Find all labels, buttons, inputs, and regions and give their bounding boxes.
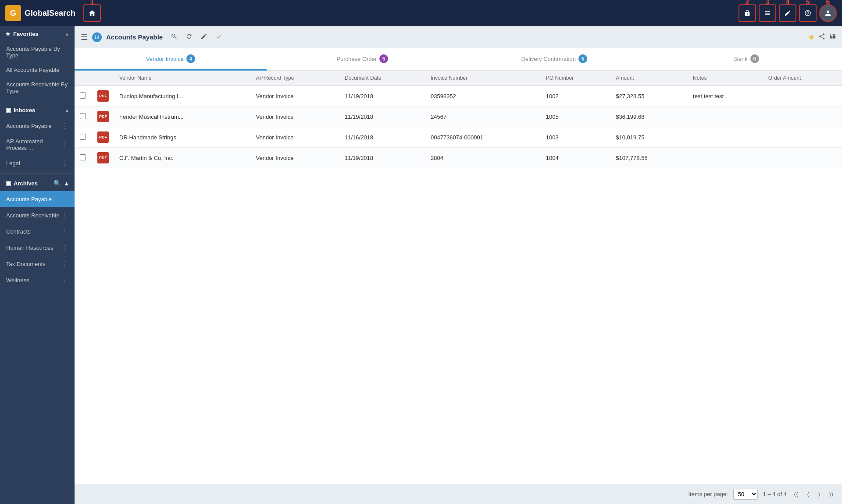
document-date-4: 11/19/2018 (339, 148, 425, 168)
po-number-3: 1003 (541, 127, 610, 148)
ap-record-type-1: Vendor Invoice (250, 86, 339, 106)
vendor-name-3: DR Handmade Strings (114, 127, 250, 148)
document-date-2: 11/19/2018 (339, 106, 425, 127)
pdf-icon-1[interactable]: PDF (97, 90, 109, 102)
tab-purchase-order[interactable]: Purchase Order 5 (267, 48, 459, 71)
archives-search-icon[interactable]: 🔍 (54, 180, 61, 187)
amount-1: $27,323.55 (610, 86, 688, 106)
sidebar-item-archive-ar[interactable]: Accounts Receivable ⋮ (0, 207, 75, 224)
user-button[interactable] (819, 4, 837, 22)
table-row: PDF Dunlop Manufacturing I... Vendor Inv… (75, 86, 842, 106)
favorites-section-header[interactable]: ★ Favorites ▲ (0, 26, 75, 42)
sidebar-dots-8[interactable]: ⋮ (61, 260, 68, 268)
red-label-3: 3 (766, 0, 770, 6)
tab-vendor-invoice-badge: 4 (186, 54, 195, 63)
col-checkbox (75, 71, 92, 86)
tab-delivery-confirmation[interactable]: Delivery Confirmation 5 (458, 48, 650, 71)
last-page-button[interactable]: ⟩⟩ (827, 490, 835, 499)
col-invoice-number: Invoice Number (425, 71, 541, 86)
home-button[interactable] (83, 4, 101, 22)
inbox-icon: ▣ (5, 106, 11, 114)
toolbar-star[interactable]: ★ (808, 32, 815, 42)
sidebar-item-all-ap[interactable]: All Accounts Payable (0, 63, 75, 77)
lock-button[interactable] (739, 4, 756, 22)
sidebar-item-ap-by-type[interactable]: Accounts Payable By Type (0, 42, 75, 63)
sidebar-item-archive-contracts[interactable]: Contracts ⋮ (0, 224, 75, 240)
pdf-icon-2[interactable]: PDF (97, 111, 109, 122)
toolbar-badge: 14 (92, 32, 102, 42)
amount-3: $10,019.75 (610, 127, 688, 148)
archives-icon: ▣ (5, 180, 11, 187)
toolbar-check-icon[interactable] (214, 31, 224, 43)
toolbar-title: Accounts Payable (106, 33, 163, 41)
row-checkbox-1[interactable] (80, 92, 86, 99)
table-header-row: Vendor Name AP Record Type Document Date… (75, 71, 842, 86)
tab-vendor-invoice-label: Vendor Invoice (146, 56, 184, 62)
star-icon: ★ (5, 31, 11, 37)
sidebar-dots-3[interactable]: ⋮ (61, 159, 68, 167)
next-page-button[interactable]: ⟩ (816, 490, 822, 499)
red-label-6: 6 (826, 0, 830, 6)
main-layout: ★ Favorites ▲ Accounts Payable By Type A… (0, 26, 842, 504)
sidebar-item-inbox-ar[interactable]: AR Automated Process ... ⋮ (0, 134, 75, 155)
sidebar-item-archive-ap[interactable]: Accounts Payable ⋮ (0, 191, 75, 207)
help-button[interactable] (799, 4, 817, 22)
sidebar-item-ar-by-type[interactable]: Accounts Receivable By Type (0, 77, 75, 98)
archives-chevron: ▲ (64, 180, 69, 187)
toolbar: ☰ 14 Accounts Payable ★ (75, 26, 842, 48)
amount-4: $107,778.55 (610, 148, 688, 168)
sidebar-item-inbox-ap[interactable]: Accounts Payable ⋮ (0, 118, 75, 134)
notes-3 (688, 127, 763, 148)
pdf-icon-3[interactable]: PDF (97, 131, 109, 143)
pdf-icon-4[interactable]: PDF (97, 152, 109, 163)
sidebar-dots-6[interactable]: ⋮ (61, 227, 68, 236)
row-checkbox-2[interactable] (80, 113, 86, 119)
tab-blank[interactable]: Blank 0 (650, 48, 842, 71)
col-document-date: Document Date (339, 71, 425, 86)
row-checkbox-3[interactable] (80, 134, 86, 140)
content-area: ☰ 14 Accounts Payable ★ (75, 26, 842, 504)
col-amount: Amount (610, 71, 688, 86)
first-page-button[interactable]: ⟨⟨ (792, 490, 800, 499)
toolbar-view[interactable] (829, 33, 836, 42)
inboxes-section-header[interactable]: ▣ Inboxes ▲ (0, 102, 75, 118)
amount-2: $36,199.68 (610, 106, 688, 127)
sidebar-item-archive-tax[interactable]: Tax Documents ⋮ (0, 256, 75, 272)
ap-record-type-3: Vendor Invoice (250, 127, 339, 148)
sidebar-dots-9[interactable]: ⋮ (61, 276, 68, 284)
ap-record-type-2: Vendor Invoice (250, 106, 339, 127)
sidebar-item-archive-hr[interactable]: Human Resources ⋮ (0, 240, 75, 256)
po-number-1: 1002 (541, 86, 610, 106)
sidebar-item-inbox-legal[interactable]: Legal ⋮ (0, 155, 75, 171)
sidebar-dots-2[interactable]: ⋮ (61, 141, 68, 149)
row-checkbox-4[interactable] (80, 154, 86, 160)
tab-vendor-invoice[interactable]: Vendor Invoice 4 (75, 48, 267, 71)
po-number-2: 1005 (541, 106, 610, 127)
favorites-chevron: ▲ (65, 32, 69, 36)
toolbar-search-icon[interactable] (169, 31, 179, 43)
sidebar-dots-1[interactable]: ⋮ (61, 122, 68, 130)
prev-page-button[interactable]: ⟨ (805, 490, 811, 499)
toolbar-refresh-icon[interactable] (184, 31, 194, 43)
top-nav-right: 2 3 4 5 6 (739, 4, 837, 22)
sidebar-dots-4[interactable]: ⋮ (61, 195, 68, 203)
invoice-number-4: 2804 (425, 148, 541, 168)
edit-button[interactable] (779, 4, 796, 22)
toolbar-share[interactable] (818, 33, 825, 42)
sidebar: ★ Favorites ▲ Accounts Payable By Type A… (0, 26, 75, 504)
toolbar-menu-icon[interactable]: ☰ (81, 32, 88, 42)
toolbar-right: ★ (808, 32, 836, 42)
toolbar-edit-icon[interactable] (199, 31, 209, 43)
sidebar-dots-7[interactable]: ⋮ (61, 244, 68, 252)
items-per-page-select[interactable]: 50 25 100 (733, 489, 758, 500)
tab-purchase-order-label: Purchase Order (336, 56, 377, 62)
invoice-number-2: 24567 (425, 106, 541, 127)
list-button[interactable] (759, 4, 776, 22)
sidebar-dots-5[interactable]: ⋮ (61, 211, 68, 220)
archives-section-header[interactable]: ▣ Archives 🔍 ▲ (0, 175, 75, 191)
favorites-label: Favorites (13, 31, 39, 37)
tab-delivery-confirmation-badge: 5 (578, 54, 587, 63)
items-per-page-label: Items per page: (688, 491, 728, 497)
sidebar-item-archive-wellness[interactable]: Wellness ⋮ (0, 272, 75, 288)
order-amount-1 (763, 86, 842, 106)
